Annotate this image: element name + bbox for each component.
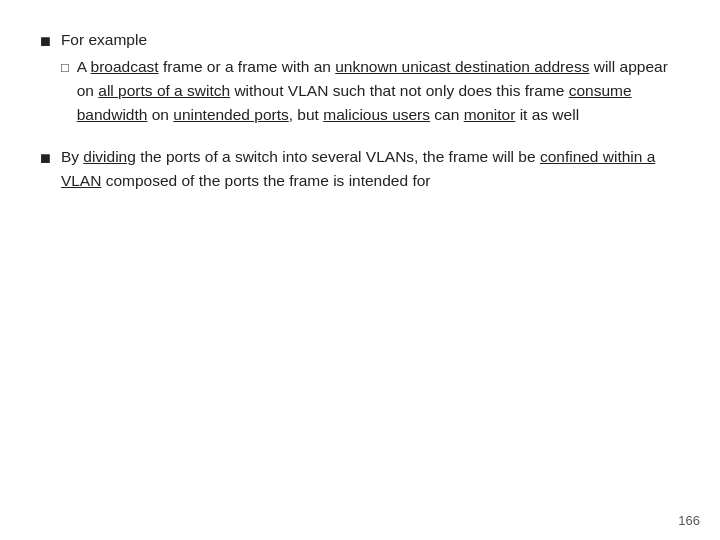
underline-unintended-ports: unintended ports (173, 106, 288, 123)
underline-confined-vlan: confined within a VLAN (61, 148, 655, 188)
bullet-text: For example □ A broadcast frame or a fra… (61, 28, 680, 127)
list-item: ■ By dividing the ports of a switch into… (40, 145, 680, 192)
bullet2-text: By dividing the ports of a switch into s… (61, 145, 680, 192)
sub-bullet-list: □ A broadcast frame or a frame with an u… (61, 55, 680, 127)
slide-content: ■ For example □ A broadcast frame or a f… (0, 0, 720, 540)
list-item: ■ For example □ A broadcast frame or a f… (40, 28, 680, 127)
underline-monitor: monitor (464, 106, 516, 123)
sub-bullet-text: A broadcast frame or a frame with an unk… (77, 55, 680, 127)
bullet-marker: ■ (40, 146, 51, 171)
list-item: □ A broadcast frame or a frame with an u… (61, 55, 680, 127)
bullet-marker: ■ (40, 29, 51, 54)
bullet1-label: For example (61, 31, 147, 48)
sub-bullet-marker: □ (61, 58, 69, 78)
underline-dividing: dividing (83, 148, 136, 165)
main-bullet-list: ■ For example □ A broadcast frame or a f… (40, 28, 680, 192)
underline-broadcast: broadcast (91, 58, 159, 75)
underline-malicious-users: malicious users (323, 106, 430, 123)
underline-all-ports: all ports of a switch (98, 82, 230, 99)
page-number: 166 (678, 513, 700, 528)
underline-unknown-unicast: unknown unicast destination address (335, 58, 589, 75)
